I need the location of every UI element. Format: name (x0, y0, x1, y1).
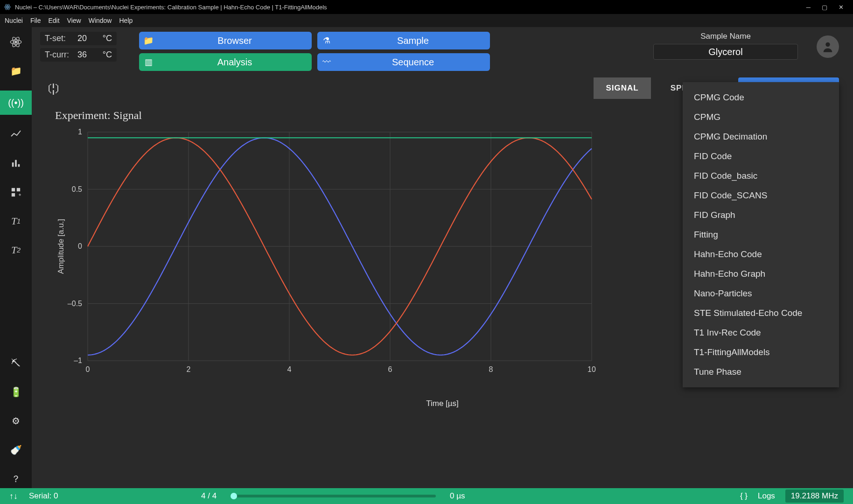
window-title: Nuclei – C:\Users\WAR\Documents\Nuclei E… (15, 4, 806, 11)
preset-item[interactable]: T1 Inv-Rec Code (683, 323, 839, 343)
sidebar-bars[interactable] (7, 154, 25, 173)
progress-track[interactable] (231, 495, 436, 497)
signal-plot[interactable]: 0246810–1–0.500.51Amplitude [a.u.] (55, 127, 606, 389)
preset-item[interactable]: FID Code (683, 147, 839, 166)
menu-file[interactable]: File (30, 17, 41, 24)
temp-curr-label: T-curr: (45, 50, 73, 60)
menu-nuclei[interactable]: Nuclei (5, 17, 23, 24)
svg-rect-10 (18, 164, 20, 167)
svg-text:10: 10 (587, 365, 596, 373)
svg-text:6: 6 (388, 365, 392, 373)
preset-item[interactable]: CPMG Decimation (683, 127, 839, 147)
nav-browser-button[interactable]: 📁Browser (139, 32, 312, 49)
top-toolbar: T-set: 20 °C T-curr: 36 °C 📁Browser ⚗Sam… (32, 27, 853, 76)
sidebar-tools[interactable]: ⛏ (7, 354, 25, 372)
help-icon: ？ (11, 473, 21, 485)
svg-rect-11 (12, 188, 15, 191)
folder-icon: 📁 (10, 65, 22, 77)
status-serial: Serial: 0 (29, 491, 58, 501)
nav-sample-label: Sample (336, 35, 490, 46)
svg-text:0.5: 0.5 (72, 185, 82, 193)
preset-item[interactable]: CPMG (683, 107, 839, 127)
nav-analysis-label: Analysis (158, 57, 312, 68)
temp-set-value: 20 (77, 34, 93, 43)
preset-item[interactable]: Tune Phase (683, 362, 839, 382)
svg-text:–0.5: –0.5 (68, 300, 82, 308)
menu-window[interactable]: Window (89, 17, 112, 24)
menu-edit[interactable]: Edit (48, 17, 59, 24)
app-icon (4, 3, 11, 11)
preset-item[interactable]: FID Graph (683, 205, 839, 225)
preset-item[interactable]: Nano-Particles (683, 284, 839, 303)
nav-analysis-button[interactable]: ▥Analysis (139, 53, 312, 71)
preset-item[interactable]: STE Stimulated-Echo Code (683, 303, 839, 323)
sidebar-t1[interactable]: T1 (7, 212, 25, 231)
wave-icon: 〰 (317, 57, 336, 67)
svg-rect-13 (12, 193, 15, 196)
user-avatar[interactable] (817, 35, 839, 58)
status-frequency: 19.2188 MHz (785, 490, 844, 503)
preset-item[interactable]: CPMG Code (683, 88, 839, 107)
status-bar: ↑↓ Serial: 0 4 / 4 0 µs { } Logs 19.2188… (0, 488, 853, 504)
temp-curr: T-curr: 36 °C (40, 48, 117, 62)
svg-text:0: 0 (78, 242, 82, 250)
maximize-button[interactable]: ▢ (822, 4, 827, 11)
svg-rect-8 (12, 162, 14, 167)
flask-icon: ⚗ (317, 35, 336, 46)
close-button[interactable]: ✕ (839, 4, 844, 11)
battery-icon: 🔋 (10, 386, 22, 398)
svg-point-0 (7, 7, 8, 8)
sidebar-line[interactable] (7, 125, 25, 144)
titlebar: Nuclei – C:\Users\WAR\Documents\Nuclei E… (0, 0, 853, 14)
nav-sample-button[interactable]: ⚗Sample (317, 32, 490, 49)
sidebar-t2[interactable]: T2 (7, 241, 25, 259)
status-logs[interactable]: Logs (758, 491, 775, 501)
align-icon[interactable]: ⟮¦⟯ (46, 81, 61, 96)
chart-icon: ▥ (139, 57, 158, 67)
sample-name-input[interactable] (653, 44, 798, 60)
braces-icon[interactable]: { } (740, 491, 748, 501)
status-time: 0 µs (450, 491, 465, 501)
sample-name-label: Sample Name (700, 32, 751, 41)
menu-help[interactable]: Help (119, 17, 133, 24)
preset-item[interactable]: T1-FittingAllModels (683, 343, 839, 362)
sync-icon[interactable]: ↑↓ (9, 491, 18, 501)
preset-menu: CPMG CodeCPMGCPMG DecimationFID CodeFID … (683, 82, 839, 387)
dig-icon: ⛏ (11, 358, 21, 369)
sidebar-signal[interactable]: ((•)) (0, 91, 32, 115)
menu-view[interactable]: View (67, 17, 81, 24)
folder-icon: 📁 (139, 35, 158, 46)
preset-item[interactable]: Hahn-Echo Code (683, 245, 839, 264)
preset-item[interactable]: Hahn-Echo Graph (683, 264, 839, 284)
stroller-icon: 🍼 (10, 444, 22, 455)
gear-icon: ⚙ (12, 415, 20, 427)
sidebar-apps[interactable]: + (7, 183, 25, 202)
preset-item[interactable]: FID Code_SCANS (683, 186, 839, 205)
nav-browser-label: Browser (158, 35, 312, 46)
sidebar: 📁 ((•)) + T1 T2 ⛏ 🔋 ⚙ 🍼 ？ (0, 27, 32, 488)
preset-item[interactable]: FID Code_basic (683, 166, 839, 186)
temp-curr-value: 36 (77, 50, 93, 60)
signal-icon: ((•)) (8, 98, 24, 108)
sidebar-settings[interactable]: ⚙ (7, 412, 25, 430)
tab-signal[interactable]: SIGNAL (594, 77, 650, 99)
sidebar-atom[interactable] (7, 33, 25, 51)
temp-set-unit: °C (98, 34, 112, 43)
svg-rect-12 (17, 188, 20, 191)
x-axis-label: Time [µs] (55, 399, 830, 408)
sidebar-battery[interactable]: 🔋 (7, 383, 25, 401)
temp-curr-unit: °C (98, 50, 112, 60)
svg-text:4: 4 (287, 365, 292, 373)
minimize-button[interactable]: ─ (806, 4, 811, 11)
svg-text:1: 1 (78, 128, 82, 136)
nav-sequence-label: Sequence (336, 57, 490, 68)
svg-text:Amplitude [a.u.]: Amplitude [a.u.] (56, 219, 65, 274)
menubar: Nuclei File Edit View Window Help (0, 14, 853, 27)
temp-set[interactable]: T-set: 20 °C (40, 32, 117, 45)
sidebar-help[interactable]: ？ (7, 469, 25, 488)
sidebar-baby[interactable]: 🍼 (7, 441, 25, 459)
preset-item[interactable]: Fitting (683, 225, 839, 245)
svg-text:+: + (19, 192, 21, 197)
nav-sequence-button[interactable]: 〰Sequence (317, 53, 490, 71)
sidebar-folder[interactable]: 📁 (7, 62, 25, 80)
